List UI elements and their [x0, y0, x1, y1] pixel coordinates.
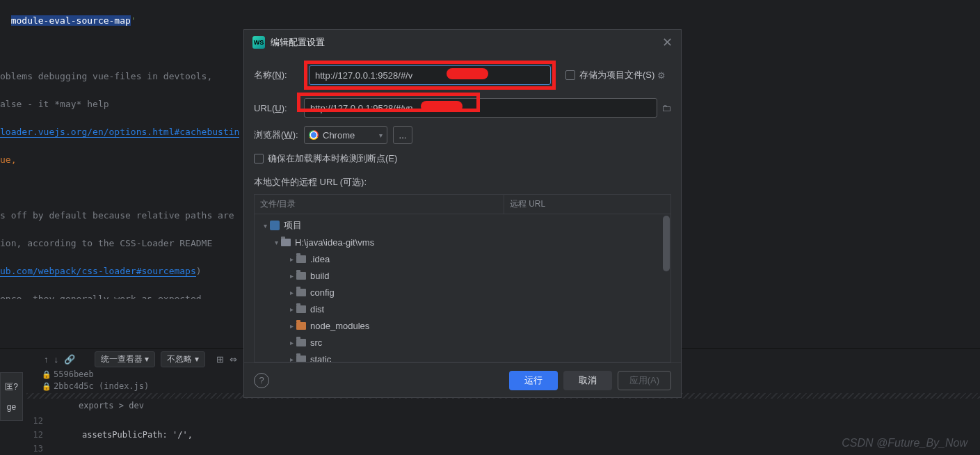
folder-icon[interactable]: 🗀 [661, 102, 671, 113]
selected-text: module-eval-source-map [11, 15, 131, 26]
close-icon[interactable]: ✕ [662, 35, 673, 50]
chevron-right-icon[interactable]: ▸ [287, 356, 296, 362]
tree-folder[interactable]: ▸dist [255, 301, 670, 317]
remote-url-label: 本地文件的远程 URL (可选): [254, 176, 671, 189]
collapse-icon[interactable]: ⇔ [230, 354, 237, 365]
folder-icon [296, 305, 306, 313]
edit-config-dialog: WS 编辑配置设置 ✕ 名称(N): 存储为项目文件(S) ⚙ URL(U): … [243, 29, 682, 398]
chevron-right-icon[interactable]: ▸ [287, 289, 296, 296]
col-file[interactable]: 文件/目录 [255, 195, 504, 214]
name-label: 名称(N): [254, 69, 304, 81]
tree-header: 文件/目录 远程 URL [255, 195, 670, 214]
checkbox-icon[interactable] [565, 70, 575, 80]
folder-icon [281, 239, 291, 246]
folder-icon [296, 356, 306, 362]
col-remote-url[interactable]: 远程 URL [504, 195, 551, 214]
run-button[interactable]: 运行 [509, 371, 558, 390]
lock-icon: 🔒 [42, 370, 51, 379]
help-icon[interactable]: ? [254, 373, 269, 388]
dialog-titlebar[interactable]: WS 编辑配置设置 ✕ [244, 30, 681, 55]
commit-item[interactable]: 🔒5596beeb [42, 369, 149, 379]
left-tab[interactable]: 匡? ge [0, 372, 23, 421]
highlight-icon[interactable]: ⊞ [216, 354, 224, 365]
name-input[interactable] [309, 65, 551, 85]
project-icon [270, 221, 280, 230]
folder-icon [296, 272, 306, 280]
tree-folder[interactable]: ▸static [255, 351, 670, 362]
dialog-title: 编辑配置设置 [271, 36, 325, 49]
redaction [421, 101, 463, 112]
commit-list: 🔒5596beeb 🔒2bbc4d5c (index.js) [42, 369, 149, 393]
tree-root[interactable]: ▾ 项目 [255, 217, 670, 234]
chevron-right-icon[interactable]: ▸ [287, 339, 296, 346]
up-icon[interactable]: ↑ [44, 354, 49, 365]
chevron-right-icon[interactable]: ▸ [287, 305, 296, 313]
ignore-dropdown[interactable]: 不忽略 ▾ [161, 351, 204, 367]
scrollbar[interactable] [662, 214, 670, 362]
doc-link[interactable]: loader.vuejs.org/en/options.html#cachebu… [0, 127, 239, 138]
browser-more-button[interactable]: ... [393, 126, 412, 144]
tree-scroll[interactable]: ▾ 项目 ▾ H:\java\idea-git\vms ▸.idea ▸buil… [255, 214, 670, 362]
dialog-footer: ? 运行 取消 应用(A) [244, 362, 681, 397]
checkbox-icon[interactable] [254, 154, 264, 163]
store-as-project-file[interactable]: 存储为项目文件(S) ⚙ [565, 69, 666, 81]
browser-label: 浏览器(W): [254, 129, 304, 141]
tree-folder[interactable]: ▸build [255, 267, 670, 284]
folder-icon [296, 289, 306, 296]
watermark: CSDN @Future_By_Now [842, 437, 967, 449]
cancel-button[interactable]: 取消 [563, 371, 612, 390]
scrollbar-thumb[interactable] [663, 216, 670, 271]
down-icon[interactable]: ↓ [54, 354, 59, 365]
diff-line: 13 13proxyTable: {}, [28, 442, 980, 455]
breadcrumb[interactable]: exports > dev [28, 399, 980, 413]
apply-button[interactable]: 应用(A) [618, 371, 671, 390]
webstorm-icon: WS [252, 36, 265, 49]
chevron-right-icon[interactable]: ▸ [287, 272, 296, 280]
chevron-right-icon[interactable]: ▸ [287, 255, 296, 263]
redaction [447, 68, 488, 79]
doc-link[interactable]: ub.com/webpack/css-loader#sourcemaps [0, 266, 196, 277]
lock-icon: 🔒 [42, 382, 51, 391]
link-icon[interactable]: 🔗 [64, 354, 75, 365]
folder-icon [296, 255, 306, 263]
commit-item[interactable]: 🔒2bbc4d5c (index.js) [42, 381, 149, 391]
folder-icon [296, 322, 306, 330]
diff-line: 12 12assetsPublicPath: '/', [28, 414, 980, 442]
tree-folder[interactable]: ▸src [255, 334, 670, 351]
tree-folder[interactable]: ▸config [255, 284, 670, 301]
chevron-down-icon: ▾ [379, 131, 383, 139]
tree-folder[interactable]: ▸.idea [255, 250, 670, 267]
file-tree: 文件/目录 远程 URL ▾ 项目 ▾ H:\java\idea-git\vms… [254, 194, 671, 362]
chevron-down-icon[interactable]: ▾ [271, 239, 281, 246]
gear-icon[interactable]: ⚙ [657, 70, 666, 81]
folder-icon [296, 339, 306, 346]
ensure-breakpoints-checkbox[interactable]: 确保在加载脚本时检测到断点(E) [254, 152, 397, 165]
diff-code: exports > dev 12 12assetsPublicPath: '/'… [28, 399, 980, 455]
tree-folder[interactable]: ▸node_modules [255, 317, 670, 334]
chevron-down-icon[interactable]: ▾ [260, 222, 270, 230]
tree-path[interactable]: ▾ H:\java\idea-git\vms [255, 234, 670, 250]
chevron-right-icon[interactable]: ▸ [287, 322, 296, 330]
browser-dropdown[interactable]: Chrome ▾ [304, 126, 387, 144]
viewer-mode-dropdown[interactable]: 统一查看器 ▾ [95, 351, 155, 367]
chrome-icon [309, 130, 319, 140]
